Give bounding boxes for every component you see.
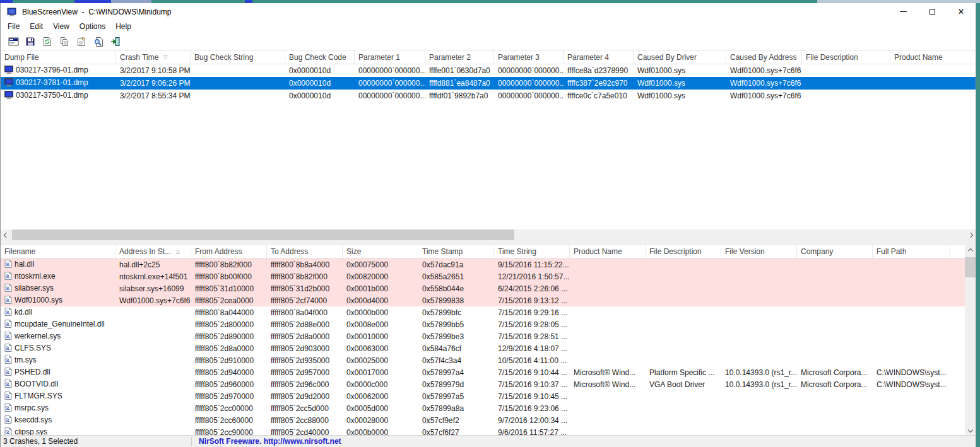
table-row[interactable]: silabser.syssilabser.sys+16099fffff805`3… xyxy=(1,282,966,294)
column-header[interactable]: Bug Check String xyxy=(191,50,285,64)
column-header[interactable]: Parameter 1 xyxy=(355,50,425,64)
filename-label: tm.sys xyxy=(15,356,37,364)
table-cell: ffffd881`ea8487a0 xyxy=(425,79,494,88)
table-cell: msrpc.sys xyxy=(1,403,115,414)
status-nirsoft-link[interactable]: NirSoft Freeware. http://www.nirsoft.net xyxy=(199,437,341,446)
module-file-icon xyxy=(4,260,12,270)
pane-splitter[interactable] xyxy=(1,240,976,245)
scroll-down-arrow[interactable] xyxy=(965,424,976,435)
column-header[interactable]: Parameter 2 xyxy=(425,50,494,64)
table-row[interactable]: msrpc.sysfffff805`2cc00000fffff805`2cc5d… xyxy=(1,402,966,414)
table-row[interactable]: Wdf01000.sysWdf01000.sys+7c6f6fffff805`2… xyxy=(1,294,966,306)
column-header[interactable]: Full Path xyxy=(873,245,950,258)
table-cell: PSHED.dll xyxy=(1,368,115,378)
table-row[interactable]: BOOTVID.dllfffff805`2d960000fffff805`2d9… xyxy=(1,378,966,390)
menu-options[interactable]: Options xyxy=(74,21,110,32)
column-header[interactable]: Size xyxy=(343,245,418,258)
table-cell: 6/24/2015 2:26:06 ... xyxy=(494,284,570,293)
refresh-icon[interactable] xyxy=(41,35,54,48)
table-row[interactable]: 030217-3750-01.dmp3/2/2017 8:55:34 PM0x0… xyxy=(1,90,976,102)
table-cell: fffff805`2d88e000 xyxy=(267,320,343,329)
table-cell: 0x57899be3 xyxy=(418,332,494,341)
table-row[interactable]: 030217-3781-01.dmp3/2/2017 9:06:26 PM0x0… xyxy=(1,77,976,90)
column-header[interactable]: Product Name xyxy=(570,245,646,258)
scroll-right-arrow[interactable] xyxy=(965,229,976,240)
table-cell: FLTMGR.SYS xyxy=(1,392,115,402)
table-row[interactable]: werkernel.sysfffff805`2d890000fffff805`2… xyxy=(1,330,966,342)
horizontal-scrollbar[interactable] xyxy=(1,229,976,240)
module-list-content: FilenameAddress In St...△From AddressTo … xyxy=(1,245,966,435)
column-header[interactable]: Time String xyxy=(494,245,570,258)
column-header[interactable]: Product Name xyxy=(890,50,976,64)
table-cell: 030217-3781-01.dmp xyxy=(1,78,116,88)
table-row[interactable]: tm.sysfffff805`2d910000fffff805`2d935000… xyxy=(1,354,966,366)
table-cell: fffff805`2d8a0000 xyxy=(267,332,343,341)
table-row[interactable]: clipsp.sysfffff805`2cc90000fffff805`2cd4… xyxy=(1,426,966,435)
table-row[interactable]: ntoskrnl.exentoskrnl.exe+14f501fffff800`… xyxy=(1,270,966,282)
table-cell: 9/7/2016 12:00:34 ... xyxy=(494,416,570,425)
filename-label: 030217-3750-01.dmp xyxy=(16,91,88,100)
table-cell: 0x57cf9ef2 xyxy=(418,416,494,425)
find-icon[interactable] xyxy=(92,35,105,48)
table-cell: Microsoft® Wind... xyxy=(570,380,646,389)
vertical-scrollbar[interactable] xyxy=(965,245,976,435)
properties-icon[interactable] xyxy=(75,35,88,48)
column-header-label: Filename xyxy=(4,247,35,256)
column-header[interactable]: Caused By Address xyxy=(726,50,802,64)
column-header-label: Time String xyxy=(498,247,536,256)
table-row[interactable]: hal.dllhal.dll+2c25fffff800`8b82f000ffff… xyxy=(1,258,966,270)
column-header[interactable]: Parameter 3 xyxy=(494,50,564,64)
menu-file[interactable]: File xyxy=(3,21,25,32)
table-row[interactable]: CLFS.SYSfffff805`2d8a0000fffff805`2d9030… xyxy=(1,342,966,354)
table-row[interactable]: FLTMGR.SYSfffff805`2d970000fffff805`2d9d… xyxy=(1,390,966,402)
window-controls: ✕ xyxy=(888,3,976,20)
table-cell: 0x57899a8a xyxy=(418,404,494,413)
vertical-scroll-thumb[interactable] xyxy=(965,257,976,277)
minidump-file-icon xyxy=(4,66,13,76)
menu-edit[interactable]: Edit xyxy=(25,21,48,32)
column-header[interactable]: Filename xyxy=(1,245,115,258)
column-header[interactable]: File Version xyxy=(721,245,797,258)
table-cell: fffff800`8b8a4000 xyxy=(267,260,343,269)
column-header[interactable]: To Address xyxy=(267,245,343,258)
column-header[interactable]: Address In St...△ xyxy=(115,245,191,258)
horizontal-scroll-thumb[interactable] xyxy=(12,229,514,240)
table-cell: Microsoft® Wind... xyxy=(570,368,646,377)
column-header[interactable]: Parameter 4 xyxy=(564,50,634,64)
table-row[interactable]: PSHED.dllfffff805`2d940000fffff805`2d957… xyxy=(1,366,966,378)
table-cell: 0x0000c000 xyxy=(343,380,418,389)
table-cell: 0x0000010d xyxy=(285,91,355,100)
scroll-up-arrow[interactable] xyxy=(965,245,976,256)
column-header[interactable]: Crash Time▽ xyxy=(116,50,191,64)
column-header[interactable]: From Address xyxy=(191,245,267,258)
column-header[interactable]: Time Stamp xyxy=(418,245,494,258)
module-file-icon xyxy=(4,356,12,366)
table-row[interactable]: mcupdate_GenuineIntel.dllfffff805`2d8000… xyxy=(1,318,966,330)
table-row[interactable]: 030217-3796-01.dmp3/2/2017 9:10:58 PM0x0… xyxy=(1,64,976,77)
table-cell: Wdf01000.sys xyxy=(634,91,726,100)
table-cell: 12/9/2016 4:18:07 ... xyxy=(494,344,570,353)
save-icon[interactable] xyxy=(24,35,37,48)
column-header[interactable]: Caused By Driver xyxy=(634,50,726,64)
exit-icon[interactable] xyxy=(109,35,122,48)
close-button[interactable]: ✕ xyxy=(947,3,976,20)
title-bar[interactable]: BlueScreenView - C:\WINDOWS\Minidump ✕ xyxy=(1,3,976,20)
close-icon: ✕ xyxy=(958,8,965,16)
copy-icon[interactable] xyxy=(58,35,71,48)
module-file-icon xyxy=(4,272,12,282)
column-header-label: To Address xyxy=(271,247,308,256)
column-header[interactable]: Dump File xyxy=(1,50,116,64)
minimize-button[interactable] xyxy=(888,3,918,20)
bluescreen-window-icon[interactable] xyxy=(7,35,20,48)
column-header[interactable]: Bug Check Code xyxy=(285,50,355,64)
column-header[interactable]: File Description xyxy=(802,50,890,64)
menu-view[interactable]: View xyxy=(48,21,74,32)
maximize-button[interactable] xyxy=(918,3,947,20)
column-header[interactable]: File Description xyxy=(646,245,721,258)
scroll-left-arrow[interactable] xyxy=(1,229,11,240)
table-cell: C:\WINDOWS\syst... xyxy=(873,380,950,389)
table-row[interactable]: kd.dllfffff800`8a044000fffff800`8a04f000… xyxy=(1,306,966,318)
column-header[interactable]: Company xyxy=(797,245,873,258)
table-row[interactable]: ksecdd.sysfffff805`2cc60000fffff805`2cc8… xyxy=(1,414,966,426)
menu-help[interactable]: Help xyxy=(110,21,136,32)
